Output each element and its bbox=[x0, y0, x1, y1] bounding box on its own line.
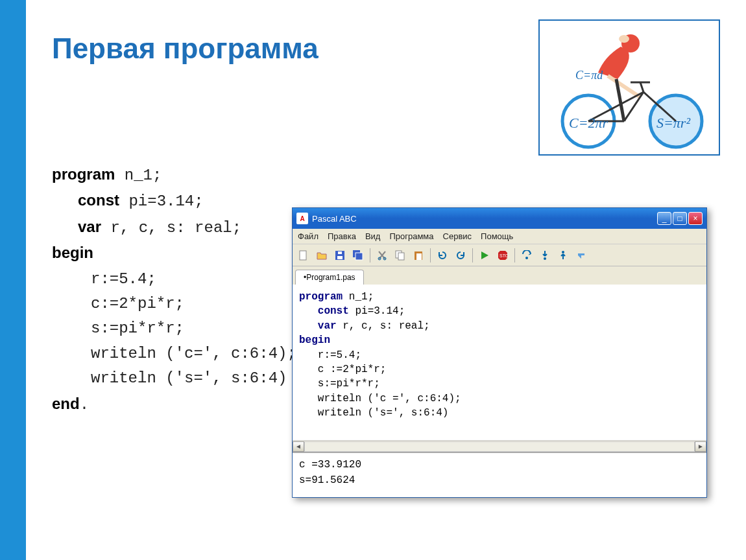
cut-icon[interactable] bbox=[374, 247, 391, 264]
scroll-track[interactable] bbox=[304, 441, 695, 452]
svg-line-2 bbox=[608, 76, 640, 97]
minimize-button[interactable]: _ bbox=[657, 212, 671, 225]
svg-rect-23 bbox=[416, 253, 422, 260]
editor-line: writeln ('s=', s:6:4) bbox=[299, 406, 700, 420]
formula-spr2: S=πr² bbox=[656, 115, 690, 131]
scroll-right-icon[interactable]: ► bbox=[695, 441, 706, 452]
formula-c2pr: C=2πr bbox=[569, 115, 608, 131]
stop-icon[interactable]: STOP bbox=[494, 247, 511, 264]
pascal-abc-window: A Pascal ABC _ □ × Файл Правка Вид Прогр… bbox=[292, 207, 707, 498]
paste-icon[interactable] bbox=[410, 247, 427, 264]
new-icon[interactable] bbox=[295, 247, 312, 264]
window-title: Pascal ABC bbox=[312, 214, 357, 224]
maximize-button[interactable]: □ bbox=[673, 212, 687, 225]
editor-line: const pi=3.14; bbox=[299, 304, 700, 318]
breakpoint-icon[interactable] bbox=[573, 247, 590, 264]
redo-icon[interactable] bbox=[452, 247, 469, 264]
menu-service[interactable]: Сервис bbox=[443, 231, 472, 241]
menu-view[interactable]: Вид bbox=[365, 231, 381, 241]
code-editor[interactable]: program n_1; const pi=3.14; var r, c, s:… bbox=[293, 285, 706, 440]
app-icon: A bbox=[296, 213, 308, 224]
editor-line: r:=5.4; bbox=[299, 348, 700, 362]
svg-point-27 bbox=[544, 257, 546, 260]
toolbar: STOP bbox=[293, 244, 706, 266]
menubar: Файл Правка Вид Программа Сервис Помощь bbox=[293, 229, 706, 244]
step-into-icon[interactable] bbox=[536, 247, 553, 264]
window-titlebar[interactable]: A Pascal ABC _ □ × bbox=[293, 208, 706, 229]
editor-line: var r, c, s: real; bbox=[299, 319, 700, 333]
horizontal-scrollbar[interactable]: ◄ ► bbox=[293, 440, 706, 452]
scroll-left-icon[interactable]: ◄ bbox=[293, 441, 304, 452]
save-all-icon[interactable] bbox=[350, 247, 367, 264]
svg-rect-17 bbox=[355, 253, 363, 260]
svg-line-10 bbox=[640, 82, 644, 92]
output-pane: c =33.9120 s=91.5624 bbox=[293, 452, 706, 497]
output-line-1: c =33.9120 bbox=[299, 457, 700, 472]
undo-icon[interactable] bbox=[434, 247, 451, 264]
slide-code-listing: program n_1; const pi=3.14; var r, c, s:… bbox=[52, 162, 296, 417]
cyclist-illustration: C=πd C=2πr S=πr² bbox=[538, 19, 720, 156]
editor-tabs: •Program1.pas bbox=[293, 266, 706, 285]
svg-rect-14 bbox=[337, 256, 343, 259]
slide-title: Первая программа bbox=[52, 32, 319, 65]
run-icon[interactable] bbox=[476, 247, 493, 264]
svg-point-28 bbox=[562, 251, 564, 253]
editor-line: writeln ('c =', c:6:4); bbox=[299, 391, 700, 406]
svg-rect-21 bbox=[398, 253, 404, 260]
step-out-icon[interactable] bbox=[555, 247, 572, 264]
editor-line: program n_1; bbox=[299, 290, 700, 304]
menu-program[interactable]: Программа bbox=[389, 231, 433, 241]
tab-program1[interactable]: •Program1.pas bbox=[295, 270, 364, 285]
svg-point-1 bbox=[619, 35, 629, 43]
output-line-2: s=91.5624 bbox=[299, 472, 700, 488]
close-button[interactable]: × bbox=[688, 212, 703, 225]
svg-rect-15 bbox=[338, 251, 342, 254]
formula-cpd: C=πd bbox=[575, 69, 603, 82]
open-icon[interactable] bbox=[313, 247, 330, 264]
copy-icon[interactable] bbox=[392, 247, 409, 264]
save-icon[interactable] bbox=[331, 247, 348, 264]
svg-text:STOP: STOP bbox=[499, 253, 508, 258]
editor-line: s:=pi*r*r; bbox=[299, 377, 700, 391]
slide-accent-bar bbox=[0, 0, 26, 560]
svg-point-26 bbox=[525, 257, 528, 259]
menu-help[interactable]: Помощь bbox=[481, 231, 513, 241]
step-over-icon[interactable] bbox=[518, 247, 535, 264]
editor-line: begin bbox=[299, 333, 700, 347]
menu-edit[interactable]: Правка bbox=[328, 231, 356, 241]
editor-line: c :=2*pi*r; bbox=[299, 362, 700, 377]
svg-rect-12 bbox=[300, 251, 306, 260]
menu-file[interactable]: Файл bbox=[298, 231, 319, 241]
